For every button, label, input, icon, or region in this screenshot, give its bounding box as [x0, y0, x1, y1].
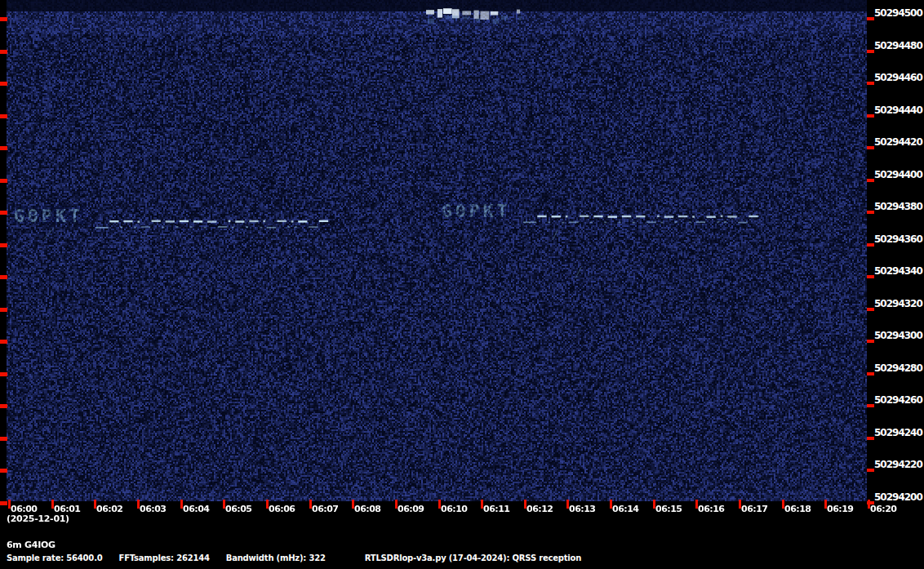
- time-tick-label: 06:05: [225, 504, 252, 514]
- frequency-tick-label: 50294440: [874, 104, 922, 116]
- qrss-grabber-screenshot: { "chart_data": { "type": "heatmap", "su…: [0, 0, 924, 569]
- fft-samples-label: FFTsamples: 262144: [119, 553, 210, 562]
- frequency-tick-left: [0, 404, 7, 408]
- time-tick-label: 06:13: [569, 504, 596, 514]
- frequency-tick-left: [0, 469, 7, 473]
- frequency-tick-left: [0, 243, 7, 247]
- app-version-label: RTLSDRlop-v3a.py (17-04-2024): QRSS rece…: [365, 553, 581, 562]
- time-tick-label: 06:15: [655, 504, 682, 514]
- time-tick-label: 06:03: [140, 504, 167, 514]
- frequency-tick-label: 50294500: [874, 7, 922, 19]
- frequency-tick-left: [0, 340, 7, 344]
- frequency-tick-right: [867, 179, 874, 182]
- time-tick-label: 06:07: [312, 504, 339, 514]
- time-tick-label: 06:19: [827, 504, 854, 514]
- frequency-tick-left: [0, 275, 7, 279]
- frequency-tick-label: 50294480: [874, 40, 922, 51]
- frequency-tick-label: 50294340: [874, 265, 922, 277]
- frequency-tick-right: [867, 50, 874, 53]
- frequency-tick-label: 50294240: [874, 427, 922, 438]
- frequency-tick-right: [867, 340, 874, 343]
- frequency-tick-label: 50294420: [874, 136, 922, 148]
- frequency-tick-label: 50294280: [874, 362, 922, 374]
- frequency-tick-right: [867, 243, 874, 247]
- frequency-tick-label: 50294360: [874, 233, 922, 245]
- frequency-tick-left: [0, 372, 7, 376]
- frequency-tick-label: 50294300: [874, 330, 922, 341]
- time-tick-label: 06:09: [398, 504, 424, 514]
- time-tick-label: 06:06: [269, 504, 295, 514]
- station-band-label: 6m G4IOG: [7, 540, 56, 550]
- frequency-tick-right: [867, 17, 874, 20]
- frequency-tick-left: [0, 82, 7, 86]
- frequency-tick-label: 50294380: [874, 201, 922, 212]
- frequency-tick-right: [867, 308, 874, 311]
- time-tick-label: 06:11: [483, 504, 510, 514]
- frequency-tick-right: [867, 146, 874, 149]
- frequency-tick-left: [0, 211, 7, 215]
- frequency-tick-right: [867, 82, 874, 85]
- frequency-tick-label: 50294260: [874, 394, 922, 406]
- time-tick-label: 06:12: [526, 504, 553, 514]
- frequency-tick-left: [0, 179, 7, 183]
- frequency-tick-left: [0, 146, 7, 150]
- frequency-tick-label: 50294200: [874, 491, 922, 503]
- frequency-tick-label: 50294460: [874, 72, 922, 83]
- time-tick-label: 06:16: [698, 504, 725, 514]
- time-tick-label: 06:14: [612, 504, 639, 514]
- frequency-tick-right: [867, 404, 874, 407]
- time-tick-label: 06:20: [870, 504, 897, 514]
- frequency-tick-right: [867, 469, 874, 472]
- waterfall-spectrogram: [7, 0, 867, 501]
- frequency-tick-right: [867, 275, 874, 278]
- time-tick-label: 06:17: [741, 504, 768, 514]
- time-tick-label: 06:02: [96, 504, 123, 514]
- frequency-tick-left: [0, 17, 7, 21]
- status-bar: Sample rate: 56400.0 FFTsamples: 262144 …: [7, 553, 581, 562]
- time-tick-label: 06:10: [441, 504, 468, 514]
- date-label: (2025-12-01): [7, 513, 69, 524]
- frequency-tick-left: [0, 50, 7, 54]
- bandwidth-label: Bandwidth (mHz): 322: [226, 553, 326, 562]
- frequency-tick-left: [0, 114, 7, 118]
- time-tick-label: 06:04: [183, 504, 210, 514]
- frequency-tick-right: [867, 211, 874, 214]
- sample-rate-label: Sample rate: 56400.0: [7, 553, 103, 562]
- time-tick-label: 06:08: [354, 504, 381, 514]
- frequency-tick-label: 50294320: [874, 298, 922, 309]
- frequency-tick-left: [0, 308, 7, 312]
- frequency-tick-label: 50294400: [874, 169, 922, 180]
- frequency-tick-label: 50294220: [874, 459, 922, 470]
- frequency-tick-left: [0, 437, 7, 441]
- time-tick-label: 06:18: [784, 504, 811, 514]
- frequency-tick-right: [867, 372, 874, 376]
- frequency-tick-left: [0, 501, 7, 505]
- frequency-tick-right: [867, 437, 874, 440]
- frequency-tick-right: [867, 114, 874, 118]
